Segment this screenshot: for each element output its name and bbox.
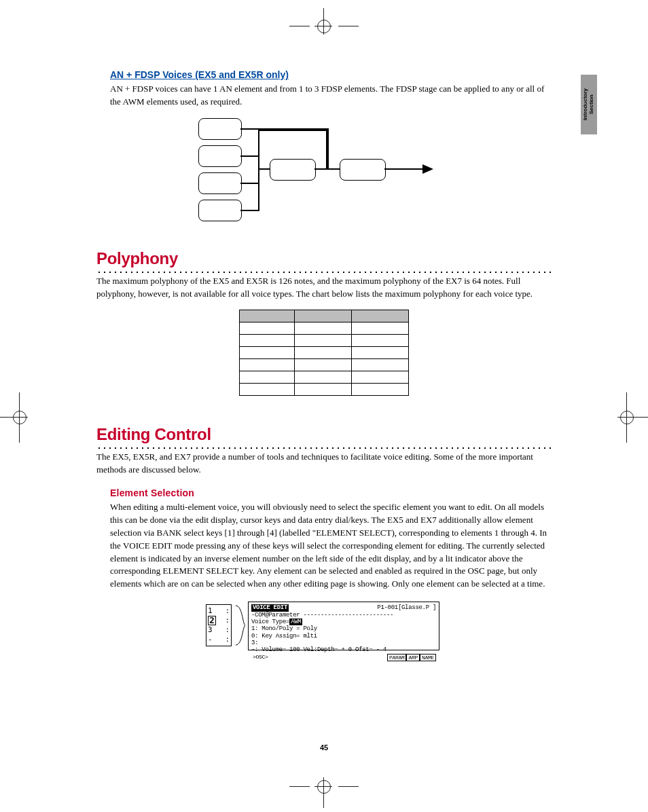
body-an-fdsp: AN + FDSP voices can have 1 AN element a… — [110, 83, 552, 109]
lcd-line4: 0: Key Assign= mlti — [251, 633, 436, 640]
lcd-line5: 3: — [251, 640, 436, 646]
heading-editing-control: Editing Control — [96, 423, 552, 447]
body-editing-control: The EX5, EX5R, and EX7 provide a number … — [96, 451, 552, 477]
lcd-line6: -: Volume= 100 Vel:Depth= + 0 Ofst= - 4 — [251, 646, 436, 653]
page-number: 45 — [0, 743, 648, 754]
lcd-line2-value: AWM — [289, 619, 302, 625]
lcd-screen: VOICE EDIT P1-001[Glasse.P ] -COM@Parame… — [248, 602, 439, 650]
selector-bracket-icon — [234, 604, 247, 646]
element-selector: 1: 2: 3: -: — [206, 604, 232, 646]
crop-mark-bottom — [306, 779, 346, 812]
crop-mark-left — [0, 401, 41, 441]
section-tab-label: Introductory Section — [583, 88, 595, 120]
lcd-line3: 1: Mono/Poly = Poly — [251, 625, 436, 632]
polyphony-table — [239, 310, 409, 396]
subhead-an-fdsp: AN + FDSP Voices (EX5 and EX5R only) — [110, 68, 552, 81]
body-polyphony: The maximum polyphony of the EX5 and EX5… — [96, 275, 552, 301]
sel-2-active: 2 — [208, 616, 216, 625]
heading-polyphony: Polyphony — [96, 247, 552, 271]
signal-flow-diagram — [198, 118, 450, 227]
subhead-element-selection: Element Selection — [110, 486, 552, 500]
body-element-selection: When editing a multi-element voice, you … — [110, 501, 552, 591]
sel-4: - — [208, 635, 213, 644]
sel-1: 1 — [208, 606, 213, 616]
lcd-line1: -COM@Parameter -------------------------… — [251, 612, 436, 619]
crop-mark-right — [609, 401, 648, 441]
lcd-tab-param: PARAM — [387, 654, 407, 661]
section-tab: Introductory Section — [581, 75, 597, 134]
lcd-title-right: P1-001[Glasse.P ] — [377, 604, 436, 611]
lcd-line2-label: Voice Type= — [251, 619, 289, 625]
lcd-figure: 1: 2: 3: -: VOICE EDIT P1-001[Glasse.P ]… — [206, 602, 442, 656]
manual-page: Introductory Section AN + FDSP Voices (E… — [0, 0, 648, 812]
sel-3: 3 — [208, 625, 213, 635]
lcd-title-left: VOICE EDIT — [251, 604, 289, 611]
content-area: AN + FDSP Voices (EX5 and EX5R only) AN … — [96, 68, 552, 656]
lcd-tab-arp: ARP — [406, 654, 420, 661]
crop-mark-top — [306, 12, 346, 53]
lcd-tab-name: NAME — [420, 654, 436, 661]
lcd-tab-osc: >OSC> — [251, 654, 270, 661]
